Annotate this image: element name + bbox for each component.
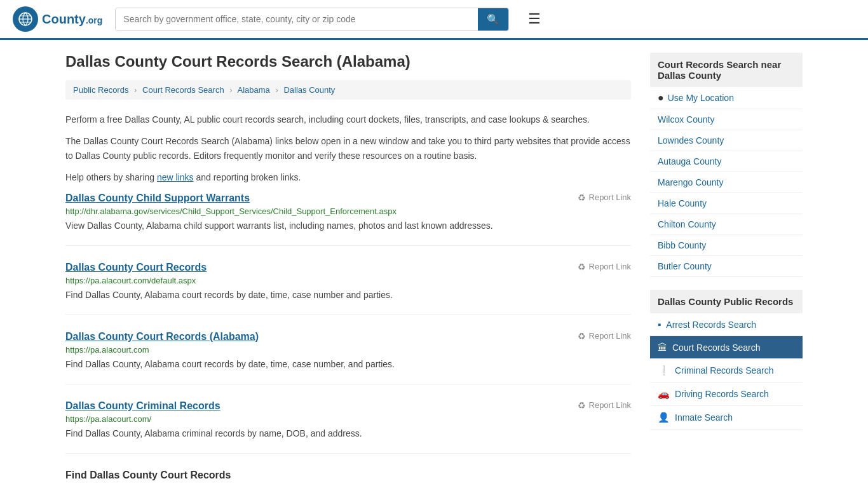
location-icon: ● (658, 92, 664, 104)
nearby-county-item: Hale County (650, 193, 803, 214)
nearby-county-item: Chilton County (650, 214, 803, 235)
record-item: Dallas County Criminal Records ♻ Report … (65, 400, 631, 454)
breadcrumb-sep-3: › (275, 85, 278, 95)
pub-record-link[interactable]: ❕Criminal Records Search (650, 359, 803, 382)
pub-record-icon: 👤 (658, 412, 670, 423)
record-title-link[interactable]: Dallas County Child Support Warrants (65, 193, 250, 204)
logo-icon (13, 6, 38, 32)
records-container: Dallas County Child Support Warrants ♻ R… (65, 193, 631, 454)
record-url: http://dhr.alabama.gov/services/Child_Su… (65, 207, 631, 216)
search-button[interactable]: 🔍 (478, 8, 508, 30)
pub-record-icon: 🏛 (658, 342, 667, 353)
report-link[interactable]: ♻ Report Link (578, 400, 631, 410)
record-desc: Find Dallas County, Alabama criminal rec… (65, 427, 631, 440)
pub-record-link[interactable]: 👤Inmate Search (650, 406, 803, 429)
record-desc: View Dallas County, Alabama child suppor… (65, 219, 631, 233)
pub-record-link[interactable]: 🏛Court Records Search (650, 336, 803, 358)
header: County.org 🔍 ☰ (0, 0, 868, 40)
report-link[interactable]: ♻ Report Link (578, 262, 631, 272)
record-item: Dallas County Court Records (Alabama) ♻ … (65, 331, 631, 384)
pub-record-icon: ❕ (658, 365, 670, 376)
page-container: Dallas County Court Records Search (Alab… (53, 40, 815, 488)
breadcrumb: Public Records › Court Records Search › … (65, 80, 631, 100)
nearby-county-item: Wilcox County (650, 109, 803, 130)
nearby-county-link[interactable]: Marengo County (650, 172, 803, 193)
page-title: Dallas County Court Records Search (Alab… (65, 53, 631, 71)
pub-record-item: ❕Criminal Records Search (650, 359, 803, 383)
nearby-county-item: Marengo County (650, 172, 803, 193)
nearby-county-link[interactable]: Lowndes County (650, 130, 803, 151)
record-title-link[interactable]: Dallas County Criminal Records (65, 400, 220, 412)
record-title-link[interactable]: Dallas County Court Records (Alabama) (65, 331, 259, 342)
nearby-county-item: Butler County (650, 256, 803, 277)
find-title: Find Dallas County Court Records (65, 470, 631, 481)
nearby-county-link[interactable]: Butler County (650, 256, 803, 276)
logo-text-area: County.org (42, 12, 102, 27)
description-2: The Dallas County Court Records Search (… (65, 134, 631, 163)
record-header: Dallas County Court Records ♻ Report Lin… (65, 262, 631, 273)
nearby-county-link[interactable]: Autauga County (650, 151, 803, 172)
record-url: https://pa.alacourt.com (65, 345, 631, 355)
nearby-county-item: Lowndes County (650, 130, 803, 151)
report-link-icon: ♻ (578, 331, 586, 341)
record-desc: Find Dallas County, Alabama court record… (65, 358, 631, 371)
logo-county: County.org (42, 12, 102, 26)
public-records-title: Dallas County Public Records (650, 290, 803, 313)
use-my-location-link[interactable]: Use My Location (668, 93, 734, 103)
sidebar: Court Records Search near Dallas County … (650, 53, 803, 481)
search-bar: 🔍 (115, 8, 509, 31)
breadcrumb-public-records[interactable]: Public Records (73, 85, 128, 95)
menu-icon[interactable]: ☰ (528, 11, 541, 27)
pub-record-item: 🚗Driving Records Search (650, 383, 803, 406)
description-1: Perform a free Dallas County, AL public … (65, 112, 631, 126)
breadcrumb-sep-1: › (134, 85, 137, 95)
breadcrumb-court-records-search[interactable]: Court Records Search (142, 85, 224, 95)
record-item: Dallas County Child Support Warrants ♻ R… (65, 193, 631, 246)
nearby-county-link[interactable]: Chilton County (650, 214, 803, 234)
pub-record-item: ▪Arrest Records Search (650, 313, 803, 336)
nearby-title: Court Records Search near Dallas County (650, 53, 803, 87)
report-link-icon: ♻ (578, 400, 586, 410)
public-records-section: Dallas County Public Records ▪Arrest Rec… (650, 290, 803, 430)
pub-record-icon: ▪ (658, 319, 661, 330)
record-desc: Find Dallas County, Alabama court record… (65, 288, 631, 302)
nearby-county-link[interactable]: Hale County (650, 193, 803, 214)
nearby-county-item: Bibb County (650, 235, 803, 256)
breadcrumb-sep-2: › (229, 85, 232, 95)
logo-link[interactable]: County.org (13, 6, 102, 32)
nearby-section: Court Records Search near Dallas County … (650, 53, 803, 277)
record-header: Dallas County Child Support Warrants ♻ R… (65, 193, 631, 204)
report-link[interactable]: ♻ Report Link (578, 331, 631, 341)
pub-record-item: 🏛Court Records Search (650, 336, 803, 359)
report-link-label: Report Link (589, 400, 631, 410)
report-link-icon: ♻ (578, 262, 586, 272)
breadcrumb-alabama[interactable]: Alabama (238, 85, 270, 95)
nearby-list: Wilcox CountyLowndes CountyAutauga Count… (650, 109, 803, 277)
record-url: https://pa.alacourt.com/ (65, 414, 631, 424)
search-input[interactable] (116, 8, 478, 30)
main-content: Dallas County Court Records Search (Alab… (65, 53, 631, 481)
nearby-county-link[interactable]: Wilcox County (650, 109, 803, 130)
breadcrumb-dallas-county[interactable]: Dallas County (283, 85, 335, 95)
pub-record-link[interactable]: 🚗Driving Records Search (650, 383, 803, 405)
report-link-label: Report Link (589, 193, 631, 202)
record-url: https://pa.alacourt.com/default.aspx (65, 276, 631, 285)
report-link-label: Report Link (589, 331, 631, 341)
pub-record-item: 👤Inmate Search (650, 406, 803, 430)
report-link[interactable]: ♻ Report Link (578, 193, 631, 203)
record-item: Dallas County Court Records ♻ Report Lin… (65, 262, 631, 315)
pub-record-icon: 🚗 (658, 388, 670, 400)
report-link-label: Report Link (589, 262, 631, 271)
record-header: Dallas County Criminal Records ♻ Report … (65, 400, 631, 412)
report-link-icon: ♻ (578, 193, 586, 203)
record-header: Dallas County Court Records (Alabama) ♻ … (65, 331, 631, 342)
record-title-link[interactable]: Dallas County Court Records (65, 262, 207, 273)
nearby-county-item: Autauga County (650, 151, 803, 172)
pub-records-list: ▪Arrest Records Search🏛Court Records Sea… (650, 313, 803, 430)
pub-record-link[interactable]: ▪Arrest Records Search (650, 313, 803, 336)
description-3: Help others by sharing new links and rep… (65, 170, 631, 184)
use-location: ● Use My Location (650, 87, 803, 109)
new-links-link[interactable]: new links (157, 172, 194, 182)
nearby-county-link[interactable]: Bibb County (650, 235, 803, 255)
